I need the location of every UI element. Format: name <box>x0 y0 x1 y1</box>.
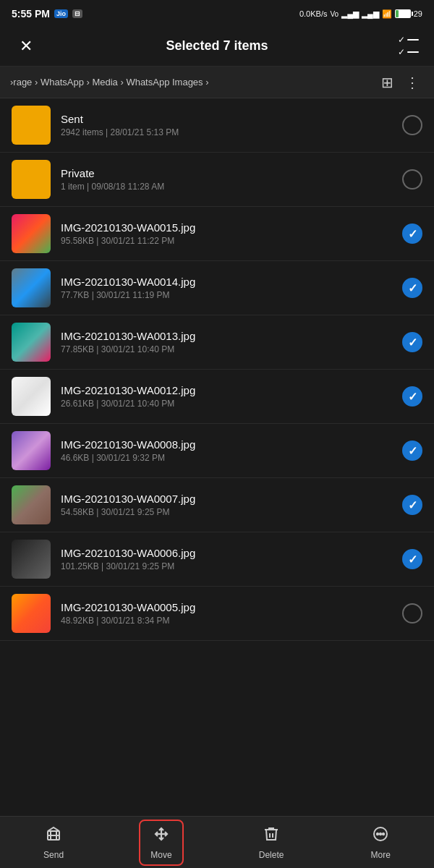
checkbox[interactable] <box>402 603 422 624</box>
wifi-icon: 📶 <box>382 9 392 19</box>
file-info: IMG-20210130-WA0012.jpg 26.61KB | 30/01/… <box>61 384 392 409</box>
file-info: Sent 2942 items | 28/01/21 5:13 PM <box>61 113 392 137</box>
list-item[interactable]: IMG-20210130-WA0005.jpg 48.92KB | 30/01/… <box>0 587 434 641</box>
select-all-button[interactable]: ✓ ✓ <box>395 35 421 57</box>
file-name: IMG-20210130-WA0015.jpg <box>61 221 392 234</box>
checkbox[interactable] <box>402 386 422 407</box>
list-item[interactable]: IMG-20210130-WA0008.jpg 46.6KB | 30/01/2… <box>0 424 434 478</box>
delete-button[interactable]: Delete <box>247 820 296 866</box>
file-meta: 54.58KB | 30/01/21 9:25 PM <box>61 507 392 517</box>
file-name: Sent <box>61 113 392 125</box>
file-meta: 26.61KB | 30/01/21 10:40 PM <box>61 399 392 409</box>
file-name: Private <box>61 167 392 179</box>
svg-point-7 <box>377 833 378 834</box>
svg-point-8 <box>380 833 381 834</box>
file-meta: 46.6KB | 30/01/21 9:32 PM <box>61 453 392 463</box>
file-name: IMG-20210130-WA0007.jpg <box>61 493 392 505</box>
close-button[interactable]: ✕ <box>13 37 39 56</box>
folder-icon <box>12 106 51 145</box>
file-meta: 95.58KB | 30/01/21 11:22 PM <box>61 236 392 246</box>
bottom-toolbar: Send Move Delete <box>0 816 434 868</box>
breadcrumb: ›rage › WhatsApp › Media › WhatsApp Imag… <box>10 77 374 88</box>
list-item[interactable]: IMG-20210130-WA0013.jpg 77.85KB | 30/01/… <box>0 315 434 370</box>
file-info: IMG-20210130-WA0008.jpg 46.6KB | 30/01/2… <box>61 438 392 463</box>
image-thumb <box>12 540 51 579</box>
folder-icon <box>12 160 51 199</box>
select-all-icon2: ✓ <box>398 47 405 57</box>
signal2-icon: ▂▄▆ <box>362 9 379 19</box>
more-button[interactable]: More <box>359 820 402 866</box>
list-item[interactable]: IMG-20210130-WA0012.jpg 26.61KB | 30/01/… <box>0 370 434 424</box>
status-time: 5:55 PM Jio ⊟ <box>12 8 82 20</box>
file-list: Sent 2942 items | 28/01/21 5:13 PM Priva… <box>0 98 434 641</box>
battery-icon <box>395 9 411 18</box>
select-all-icon: ✓ <box>398 35 405 45</box>
more-options-button[interactable]: ⋮ <box>401 72 424 93</box>
file-meta: 77.85KB | 30/01/21 10:40 PM <box>61 344 392 354</box>
more-icon <box>372 825 389 847</box>
list-item[interactable]: IMG-20210130-WA0007.jpg 54.58KB | 30/01/… <box>0 478 434 532</box>
file-info: IMG-20210130-WA0005.jpg 48.92KB | 30/01/… <box>61 601 392 626</box>
file-meta: 1 item | 09/08/18 11:28 AM <box>61 182 392 192</box>
file-info: Private 1 item | 09/08/18 11:28 AM <box>61 167 392 192</box>
file-info: IMG-20210130-WA0007.jpg 54.58KB | 30/01/… <box>61 493 392 517</box>
checkbox[interactable] <box>402 224 422 244</box>
checkbox[interactable] <box>402 495 422 515</box>
checkbox[interactable] <box>402 441 422 461</box>
status-bar: 5:55 PM Jio ⊟ 0.0KB/s Vo ▂▄▆ ▂▄▆ 📶 29 <box>0 0 434 26</box>
sim-badge: ⊟ <box>72 9 82 18</box>
svg-point-9 <box>383 833 384 834</box>
image-thumb <box>12 377 51 416</box>
list-item[interactable]: Private 1 item | 09/08/18 11:28 AM <box>0 153 434 207</box>
move-label: Move <box>150 850 171 860</box>
delete-icon <box>263 825 280 847</box>
image-thumb <box>12 323 51 362</box>
more-label: More <box>371 850 391 860</box>
carrier-badge: Jio <box>54 9 68 18</box>
file-name: IMG-20210130-WA0014.jpg <box>61 276 392 288</box>
top-nav: ✕ Selected 7 items ✓ ✓ <box>0 26 434 67</box>
file-name: IMG-20210130-WA0013.jpg <box>61 330 392 342</box>
file-name: IMG-20210130-WA0006.jpg <box>61 547 392 559</box>
image-thumb <box>12 268 51 307</box>
file-name: IMG-20210130-WA0012.jpg <box>61 384 392 396</box>
image-thumb <box>12 214 51 253</box>
list-item[interactable]: IMG-20210130-WA0014.jpg 77.7KB | 30/01/2… <box>0 261 434 315</box>
file-meta: 101.25KB | 30/01/21 9:25 PM <box>61 561 392 571</box>
file-name: IMG-20210130-WA0008.jpg <box>61 438 392 451</box>
move-button[interactable]: Move <box>139 820 183 866</box>
file-meta: 48.92KB | 30/01/21 8:34 PM <box>61 616 392 626</box>
status-icons: 0.0KB/s Vo ▂▄▆ ▂▄▆ 📶 29 <box>299 9 422 19</box>
send-label: Send <box>43 850 64 860</box>
image-thumb <box>12 431 51 470</box>
list-item[interactable]: Sent 2942 items | 28/01/21 5:13 PM <box>0 98 434 153</box>
grid-view-button[interactable]: ⊞ <box>378 72 396 93</box>
send-button[interactable]: Send <box>32 820 75 866</box>
breadcrumb-bar: ›rage › WhatsApp › Media › WhatsApp Imag… <box>0 67 434 98</box>
file-info: IMG-20210130-WA0006.jpg 101.25KB | 30/01… <box>61 547 392 571</box>
send-icon <box>45 825 62 847</box>
image-thumb <box>12 594 51 633</box>
move-icon <box>153 825 170 847</box>
list-item[interactable]: IMG-20210130-WA0006.jpg 101.25KB | 30/01… <box>0 532 434 587</box>
file-info: IMG-20210130-WA0014.jpg 77.7KB | 30/01/2… <box>61 276 392 300</box>
signal-icon: ▂▄▆ <box>341 9 359 19</box>
network-type-icon: Vo <box>330 10 339 18</box>
file-info: IMG-20210130-WA0013.jpg 77.85KB | 30/01/… <box>61 330 392 354</box>
checkbox[interactable] <box>402 332 422 352</box>
file-info: IMG-20210130-WA0015.jpg 95.58KB | 30/01/… <box>61 221 392 246</box>
nav-title: Selected 7 items <box>39 38 395 54</box>
checkbox[interactable] <box>402 115 422 135</box>
checkbox[interactable] <box>402 549 422 569</box>
file-meta: 77.7KB | 30/01/21 11:19 PM <box>61 290 392 300</box>
file-meta: 2942 items | 28/01/21 5:13 PM <box>61 127 392 137</box>
file-name: IMG-20210130-WA0005.jpg <box>61 601 392 613</box>
checkbox[interactable] <box>402 278 422 298</box>
image-thumb <box>12 485 51 524</box>
checkbox[interactable] <box>402 169 422 190</box>
delete-label: Delete <box>259 850 284 860</box>
list-item[interactable]: IMG-20210130-WA0015.jpg 95.58KB | 30/01/… <box>0 207 434 261</box>
